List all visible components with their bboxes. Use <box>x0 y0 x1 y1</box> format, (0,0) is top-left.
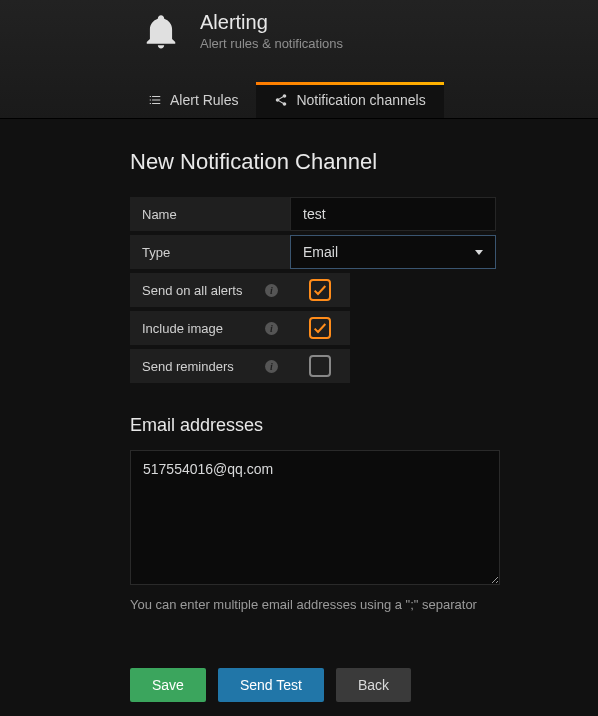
back-button[interactable]: Back <box>336 668 411 702</box>
tab-notification-channels-label: Notification channels <box>296 92 425 108</box>
include-image-checkbox[interactable] <box>309 317 331 339</box>
tab-alert-rules-label: Alert Rules <box>170 92 238 108</box>
include-image-label: Include image i <box>130 311 290 345</box>
form-heading: New Notification Channel <box>130 149 530 175</box>
type-select[interactable]: Email <box>290 235 496 269</box>
share-icon <box>274 93 288 107</box>
name-input[interactable] <box>290 197 496 231</box>
chevron-down-icon <box>475 250 483 255</box>
name-label: Name <box>130 197 290 231</box>
page-header: Alerting Alert rules & notifications Ale… <box>0 0 598 119</box>
tab-notification-channels[interactable]: Notification channels <box>256 82 443 118</box>
info-icon[interactable]: i <box>265 284 278 297</box>
list-icon <box>148 93 162 107</box>
send-test-button[interactable]: Send Test <box>218 668 324 702</box>
email-helper-text: You can enter multiple email addresses u… <box>130 597 530 612</box>
type-select-value: Email <box>303 244 338 260</box>
send-all-label: Send on all alerts i <box>130 273 290 307</box>
send-reminders-label: Send reminders i <box>130 349 290 383</box>
type-label: Type <box>130 235 290 269</box>
page-title: Alerting <box>200 11 343 34</box>
email-addresses-textarea[interactable] <box>130 450 500 585</box>
send-all-checkbox[interactable] <box>309 279 331 301</box>
save-button[interactable]: Save <box>130 668 206 702</box>
tabs: Alert Rules Notification channels <box>0 82 598 118</box>
send-reminders-checkbox[interactable] <box>309 355 331 377</box>
page-subtitle: Alert rules & notifications <box>200 36 343 51</box>
tab-alert-rules[interactable]: Alert Rules <box>130 82 256 118</box>
bell-icon <box>140 10 182 52</box>
info-icon[interactable]: i <box>265 322 278 335</box>
info-icon[interactable]: i <box>265 360 278 373</box>
email-section-title: Email addresses <box>130 415 530 436</box>
